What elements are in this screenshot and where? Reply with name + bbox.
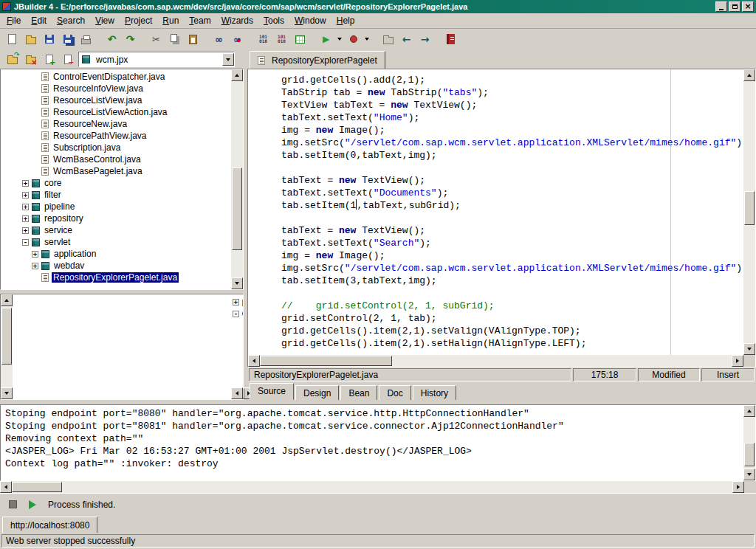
structure-tree[interactable]: +Imports-RepositoryExplorerPageletWcmBas… <box>231 294 243 387</box>
view-tab-doc[interactable]: Doc <box>379 385 410 400</box>
redo-button[interactable] <box>121 30 140 48</box>
scroll-up-button[interactable] <box>1 294 13 306</box>
menu-team[interactable]: Team <box>184 13 216 28</box>
console-output[interactable]: Stoping endpoint port="8080" handler="or… <box>1 405 743 480</box>
tree-item-core[interactable]: +core <box>1 177 231 189</box>
format-code-button[interactable] <box>272 30 291 48</box>
code-editor[interactable]: grid.getCells().add(2,1);TabStrip tab = … <box>248 69 743 355</box>
tree-item-repositoryexplorerpagelet-java[interactable]: RepositoryExplorerPagelet.java <box>1 272 231 283</box>
menu-help[interactable]: Help <box>331 13 360 28</box>
scrollbar-track[interactable] <box>743 417 755 469</box>
tree-item-pipeline[interactable]: +pipeline <box>1 201 231 213</box>
minimize-button[interactable] <box>715 1 727 12</box>
project-selector[interactable]: wcm.jpx <box>78 52 235 67</box>
new-file-button[interactable] <box>3 30 21 48</box>
help-button[interactable] <box>441 30 460 48</box>
copy-button[interactable] <box>165 30 184 48</box>
run-dropdown[interactable] <box>335 30 344 48</box>
tree-item-servlet[interactable]: -servlet <box>1 236 231 248</box>
expand-icon[interactable]: + <box>22 227 29 234</box>
structure-scrollbar[interactable] <box>1 294 13 399</box>
scroll-down-button[interactable] <box>743 343 755 355</box>
tree-item-service[interactable]: +service <box>1 224 231 236</box>
scrollbar-track[interactable] <box>743 81 755 343</box>
menu-run[interactable]: Run <box>157 13 184 28</box>
paste-button[interactable] <box>184 30 202 48</box>
console-scrollbar[interactable] <box>743 405 755 480</box>
cut-button[interactable] <box>147 30 165 48</box>
scroll-left-button[interactable] <box>0 481 12 493</box>
scroll-down-button[interactable] <box>743 469 755 480</box>
search-replace-button[interactable] <box>228 30 247 48</box>
open-file-button[interactable] <box>21 30 40 48</box>
view-bytecode-button[interactable] <box>254 30 272 48</box>
menu-window[interactable]: Window <box>289 13 331 28</box>
run-button[interactable] <box>317 30 335 48</box>
view-tab-design[interactable]: Design <box>295 385 339 400</box>
editor-scrollbar[interactable] <box>743 69 755 355</box>
scrollbar-track[interactable] <box>231 81 243 277</box>
scroll-down-button[interactable] <box>1 387 13 399</box>
scrollbar-thumb[interactable] <box>744 191 755 225</box>
scrollbar-track[interactable] <box>260 355 732 367</box>
close-project-button[interactable] <box>21 51 40 67</box>
debug-dropdown[interactable] <box>362 30 371 48</box>
menu-view[interactable]: View <box>90 13 120 28</box>
expand-icon[interactable]: + <box>32 251 38 258</box>
tree-item-resourcelistview-java[interactable]: ResourceListView.java <box>1 94 231 106</box>
scroll-down-button[interactable] <box>231 277 243 289</box>
scroll-up-button[interactable] <box>743 69 755 81</box>
scroll-up-button[interactable] <box>743 405 755 417</box>
collapse-icon[interactable]: - <box>22 239 29 246</box>
expand-icon[interactable]: + <box>22 180 29 187</box>
print-button[interactable] <box>77 30 95 48</box>
tree-item-oninitialrequest[interactable]: onInitialRequest() <box>231 367 243 379</box>
add-file-button[interactable] <box>40 51 58 67</box>
scroll-left-button[interactable] <box>231 387 243 399</box>
scrollbar-thumb[interactable] <box>1 308 12 365</box>
project-tree[interactable]: ControlEventDispatcher.javaResourceInfoV… <box>1 69 231 289</box>
project-tree-scrollbar[interactable] <box>231 69 243 289</box>
doc-tab-repository-explorer-pagelet[interactable]: RepositoryExplorerPagelet <box>250 51 385 69</box>
expand-icon[interactable]: + <box>22 204 29 210</box>
tree-item-filter[interactable]: +filter <box>1 189 231 201</box>
view-tab-history[interactable]: History <box>413 385 456 400</box>
stop-process-button[interactable] <box>9 496 17 514</box>
remove-file-button[interactable] <box>58 51 77 67</box>
back-button[interactable] <box>397 30 416 48</box>
expand-icon[interactable]: + <box>22 215 29 222</box>
scrollbar-thumb[interactable] <box>260 356 392 366</box>
tree-item-imports[interactable]: +Imports <box>231 296 243 308</box>
scrollbar-track[interactable] <box>12 481 732 493</box>
scroll-right-button[interactable] <box>732 355 743 367</box>
tree-item-resourcelistviewaction-java[interactable]: ResourceListViewAction.java <box>1 106 231 118</box>
editor-hscrollbar[interactable] <box>248 355 743 367</box>
scrollbar-thumb[interactable] <box>243 388 244 398</box>
project-selector-dropdown[interactable] <box>222 53 234 66</box>
title-bar[interactable]: JBuilder 4 - E:/perforce/javabas/com.sap… <box>0 0 756 13</box>
forward-button[interactable] <box>416 30 434 48</box>
tree-item-onnewfolder-controlevent-event[interactable]: onNewFolder(ControlEvent event) <box>231 379 243 387</box>
parent-folder-button[interactable] <box>379 30 397 48</box>
tree-item-controleventdispatcher-java[interactable]: ControlEventDispatcher.java <box>1 71 231 83</box>
menu-file[interactable]: File <box>1 13 26 28</box>
tree-item-repositoryexplorerpagelet[interactable]: RepositoryExplorerPagelet() <box>231 331 243 343</box>
tree-item-resourcepathview-java[interactable]: ResourcePathView.java <box>1 130 231 142</box>
search-button[interactable] <box>210 30 228 48</box>
menu-edit[interactable]: Edit <box>26 13 52 28</box>
menu-search[interactable]: Search <box>52 13 90 28</box>
ui-designer-button[interactable] <box>291 30 309 48</box>
scrollbar-thumb[interactable] <box>744 443 755 466</box>
console-tab-localhost[interactable]: http://localhost:8080 <box>2 517 97 533</box>
view-tab-source[interactable]: Source <box>250 383 294 400</box>
tree-item-repository[interactable]: +repository <box>1 213 231 224</box>
tree-item-repositoryexplorerpagelet[interactable]: -RepositoryExplorerPagelet <box>231 308 243 320</box>
menu-tools[interactable]: Tools <box>258 13 289 28</box>
tree-item-subscription-java[interactable]: Subscription.java <box>1 142 231 153</box>
console-hscrollbar[interactable] <box>0 481 756 493</box>
menu-wizards[interactable]: Wizards <box>216 13 258 28</box>
tree-item-resourceinfoview-java[interactable]: ResourceInfoView.java <box>1 83 231 94</box>
tree-item-createcontrols-wcmbasecontrol-updatedco[interactable]: createControls(WcmBaseControl updatedCo <box>231 343 243 355</box>
save-all-button[interactable] <box>58 30 77 48</box>
menu-project[interactable]: Project <box>120 13 157 28</box>
